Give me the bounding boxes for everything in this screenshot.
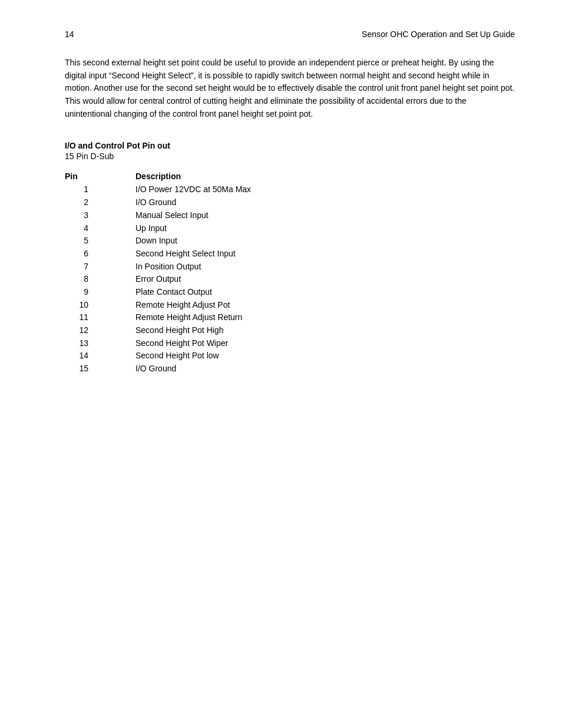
table-row: 14Second Height Pot low (65, 350, 515, 363)
pin-number: 8 (65, 273, 135, 286)
pin-description: Up Input (135, 222, 515, 235)
pin-number: 12 (65, 324, 135, 337)
table-row: 11Remote Height Adjust Return (65, 311, 515, 324)
pin-description: Remote Height Adjust Return (135, 311, 515, 324)
pin-number: 3 (65, 209, 135, 222)
pin-number: 6 (65, 248, 135, 261)
desc-col-header: Description (135, 172, 515, 183)
pin-number: 1 (65, 183, 135, 196)
pin-description: Remote Height Adjust Pot (135, 299, 515, 312)
table-row: 6Second Height Select Input (65, 248, 515, 261)
table-row: 13Second Height Pot Wiper (65, 337, 515, 350)
pin-number: 4 (65, 222, 135, 235)
table-row: 9Plate Contact Output (65, 286, 515, 299)
table-row: 5Down Input (65, 235, 515, 248)
table-row: 15I/O Ground (65, 363, 515, 375)
pin-description: I/O Ground (135, 196, 515, 209)
pin-number: 5 (65, 235, 135, 248)
pin-description: Error Output (135, 273, 515, 286)
intro-text: This second external height set point co… (65, 57, 515, 120)
table-row: 1I/O Power 12VDC at 50Ma Max (65, 183, 515, 196)
page: 14 Sensor OHC Operation and Set Up Guide… (0, 0, 562, 728)
table-row: 7In Position Output (65, 261, 515, 274)
pin-description: Down Input (135, 235, 515, 248)
page-header: 14 Sensor OHC Operation and Set Up Guide (65, 29, 515, 39)
page-number: 14 (65, 29, 74, 39)
table-row: 3Manual Select Input (65, 209, 515, 222)
pin-col-header: Pin (65, 172, 135, 183)
pin-description: In Position Output (135, 261, 515, 274)
pin-description: Second Height Pot Wiper (135, 337, 515, 350)
pin-number: 13 (65, 337, 135, 350)
pin-description: I/O Power 12VDC at 50Ma Max (135, 183, 515, 196)
pin-number: 9 (65, 286, 135, 299)
pin-number: 11 (65, 311, 135, 324)
pin-number: 10 (65, 299, 135, 312)
pin-number: 2 (65, 196, 135, 209)
doc-title: Sensor OHC Operation and Set Up Guide (362, 29, 515, 39)
pin-description: Second Height Select Input (135, 248, 515, 261)
pin-description: Manual Select Input (135, 209, 515, 222)
pin-description: Second Height Pot High (135, 324, 515, 337)
table-row: 2I/O Ground (65, 196, 515, 209)
table-row: 4Up Input (65, 222, 515, 235)
table-row: 12Second Height Pot High (65, 324, 515, 337)
pin-number: 15 (65, 363, 135, 375)
pin-description: Second Height Pot low (135, 350, 515, 363)
pin-table: Pin Description 1I/O Power 12VDC at 50Ma… (65, 172, 515, 375)
pin-description: I/O Ground (135, 363, 515, 375)
section-title: I/O and Control Pot Pin out (65, 141, 515, 150)
section-subtitle: 15 Pin D-Sub (65, 151, 515, 161)
table-row: 8Error Output (65, 273, 515, 286)
table-row: 10Remote Height Adjust Pot (65, 299, 515, 312)
pin-number: 14 (65, 350, 135, 363)
pin-description: Plate Contact Output (135, 286, 515, 299)
pin-number: 7 (65, 261, 135, 274)
